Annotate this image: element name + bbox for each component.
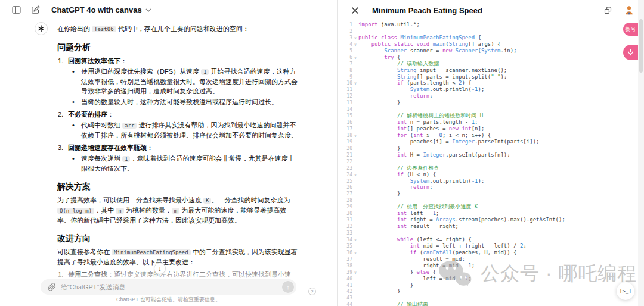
code-line: 7 // 读取输入数据	[338, 61, 644, 67]
line-number: 24	[338, 172, 352, 179]
message-block: 在你给出的 Test06 代码中，存在几个主要的问题和改进的空间：	[57, 24, 299, 34]
text-segment: 代码中对数组	[81, 121, 122, 129]
fold-marker[interactable]: ∨	[352, 172, 358, 179]
code-text: peaches[i] = Integer.parseInt(parts[i]);	[358, 139, 539, 145]
code-text: }	[358, 99, 400, 105]
text-segment: 问题分析	[57, 42, 91, 52]
code-line: 14	[338, 106, 644, 113]
code-text: try {	[358, 54, 400, 60]
code-text: return;	[358, 184, 433, 190]
code-line: 11 System.out.println(-1);	[338, 86, 644, 93]
sidebar-toggle-button[interactable]	[10, 3, 23, 16]
code-text: String[] parts = input.split(" ");	[358, 74, 507, 80]
code-text: right = mid - 1;	[358, 263, 475, 268]
code-line: 22	[338, 158, 644, 165]
message-block: 3.回溯递增速度存在效率瓶颈：	[57, 143, 299, 152]
inline-code-chip: n	[116, 208, 123, 214]
chat-header: ChatGPT 4o with canvas	[0, 0, 337, 19]
code-text: for (int i = 0; i < n; i++) {	[358, 132, 491, 138]
person-avatar-icon	[624, 5, 634, 15]
section-heading: 改进方向	[57, 232, 299, 244]
code-line: 4∨ public static void main(String[] args…	[338, 41, 644, 48]
help-button[interactable]: ?	[308, 288, 316, 295]
text-segment: 。二分查找的时间复杂度为	[211, 196, 290, 204]
code-text: public class MinimumPeachEatingSpeed {	[358, 35, 481, 40]
bold-text: 回溯算法效率低下	[68, 57, 120, 64]
switch-account-label: 换号	[626, 26, 636, 33]
model-title: ChatGPT 4o with canvas	[51, 5, 142, 14]
sidebar-icon	[11, 5, 21, 15]
code-text: int n = parts.length - 1;	[358, 119, 478, 125]
code-line: 31 int right = Arrays.stream(peaches).ma…	[338, 217, 644, 223]
text-segment: 速度每次递增	[81, 155, 122, 162]
code-line: 25 System.out.println(-1);	[338, 178, 644, 185]
code-line: 8 String input = scanner.nextLine();	[338, 67, 644, 74]
code-text: result = mid;	[358, 256, 465, 262]
code-line: 3∨public class MinimumPeachEatingSpeed {	[338, 35, 644, 41]
text-segment: 改进方向	[57, 233, 91, 243]
line-number: 38	[338, 263, 352, 270]
code-text: }	[358, 288, 400, 294]
line-number: 44	[338, 302, 352, 306]
code-text: // 输出结果	[358, 301, 428, 306]
microphone-icon	[627, 49, 634, 56]
line-number: 39	[338, 270, 352, 276]
console-button[interactable]: [>_]	[617, 282, 634, 300]
line-number: 8	[338, 68, 352, 74]
code-text: // 使用二分查找找到最小速度 K	[358, 204, 478, 210]
code-line: 9 String[] parts = input.split(" ");	[338, 74, 644, 80]
text-segment: 可以直接参考你在	[57, 248, 112, 255]
code-line: 12 return;	[338, 93, 644, 99]
inline-code-chip: Test06	[92, 26, 116, 32]
text-segment: ：	[120, 57, 127, 64]
code-text: }	[358, 191, 400, 196]
code-line: 28	[338, 197, 644, 204]
code-line: 41 }	[338, 282, 644, 289]
code-text: String input = scanner.nextLine();	[358, 67, 507, 73]
code-line: 44 // 输出结果	[338, 301, 644, 306]
code-editor[interactable]: 1import java.util.*;23∨public class Mini…	[338, 21, 644, 306]
code-text: if (parts.length < 2) {	[358, 80, 472, 86]
code-text: }	[358, 145, 400, 151]
message-input[interactable]	[61, 283, 277, 291]
code-line: 23 // 边界条件检查	[338, 165, 644, 171]
message-block: 1.回溯算法效率低下：	[57, 56, 299, 65]
code-text: // 解析蟠桃树上的蟠桃数和时间 H	[358, 113, 483, 118]
fold-marker[interactable]: ∨	[352, 55, 358, 61]
page-scrollbar[interactable]	[638, 0, 644, 306]
disclaimer-text: ChatGPT 也可能会犯错。请检查重要信息。	[0, 296, 337, 304]
code-line: 38 right = mid - 1;	[338, 263, 644, 269]
chevron-down-icon	[145, 8, 151, 12]
send-button[interactable]: ↑	[282, 281, 294, 293]
inline-code-chip: 1	[122, 156, 130, 162]
text-segment: 代码中，存在几个主要的问题和改进的空间：	[116, 25, 249, 32]
scrollbar-thumb[interactable]	[639, 19, 643, 73]
switch-account-button[interactable]: 换号	[623, 23, 638, 36]
code-line: 16 int n = parts.length - 1;	[338, 119, 644, 126]
code-line: 18∨ for (int i = 0; i < n; i++) {	[338, 132, 644, 139]
user-avatar-button[interactable]	[623, 4, 636, 17]
voice-input-button[interactable]	[623, 45, 638, 60]
text-segment: ：	[107, 111, 114, 118]
code-text: // 读取输入数据	[358, 61, 439, 67]
text-segment: 使用递归的深度优先搜索（DFS）从速度	[81, 68, 201, 75]
new-chat-button[interactable]	[29, 3, 42, 16]
code-line: 24∨ if (H < n) {	[338, 171, 644, 178]
code-line: 21 int H = Integer.parseInt(parts[n]);	[338, 152, 644, 158]
message-composer[interactable]: ↑	[41, 279, 296, 295]
text-segment: 当树的数量较大时，这种方法可能导致栈溢出或程序运行时间过长。	[81, 98, 278, 105]
fold-marker[interactable]: ∨	[352, 270, 358, 276]
model-selector[interactable]: ChatGPT 4o with canvas	[51, 5, 151, 14]
line-number: 23	[338, 166, 352, 172]
attach-file-icon[interactable]	[48, 283, 56, 291]
message-block: •当树的数量较大时，这种方法可能导致栈溢出或程序运行时间过长。	[57, 97, 299, 107]
bullet-marker: •	[72, 120, 75, 130]
close-canvas-button[interactable]	[348, 4, 361, 17]
copy-button[interactable]	[601, 4, 614, 17]
scroll-to-bottom-button[interactable]: ↓	[154, 263, 166, 274]
code-text: System.out.println(-1);	[358, 178, 484, 184]
section-heading: 解决方案	[57, 180, 299, 192]
arrow-up-icon: ↑	[286, 283, 290, 291]
copy-icon	[603, 6, 612, 15]
new-chat-icon	[31, 5, 40, 14]
